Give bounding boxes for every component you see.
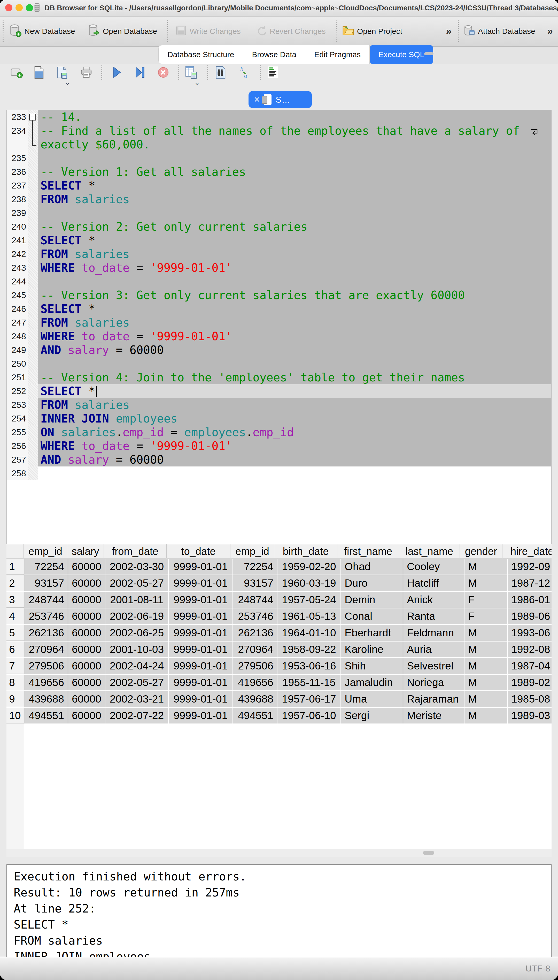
table-cell[interactable]: 60000 (68, 559, 105, 575)
table-cell[interactable]: 1992-09 (508, 559, 551, 575)
horizontal-scrollbar[interactable] (7, 849, 551, 857)
table-cell[interactable]: 1955-11-15 (277, 675, 340, 690)
table-cell[interactable]: Feldmann (403, 625, 464, 641)
editor-line[interactable]: 248WHERE to_date = '9999-01-01' (7, 329, 551, 343)
table-cell[interactable]: M (464, 708, 507, 723)
find-icon[interactable] (213, 65, 228, 80)
table-cell[interactable]: 1989-03 (508, 708, 551, 723)
table-cell[interactable]: M (464, 575, 507, 591)
table-cell[interactable]: 279506 (233, 658, 277, 674)
fold-marker-icon[interactable]: − (29, 114, 36, 120)
editor-line[interactable]: 247FROM salaries (7, 316, 551, 329)
table-cell[interactable]: 419656 (233, 675, 277, 690)
table-cell[interactable]: 60000 (68, 708, 105, 723)
table-cell[interactable]: 1957-06-17 (277, 691, 340, 707)
editor-line[interactable]: 243WHERE to_date = '9999-01-01' (7, 261, 551, 275)
new-database-button[interactable]: New Database (9, 16, 75, 46)
table-cell[interactable]: 9999-01-01 (169, 575, 233, 591)
table-cell[interactable]: Selvestrel (403, 658, 464, 674)
table-cell[interactable]: 60000 (68, 608, 105, 624)
zoom-window-button[interactable] (26, 4, 33, 12)
table-cell[interactable]: 1992-08 (508, 642, 551, 657)
editor-line[interactable]: 246SELECT * (7, 302, 551, 316)
tab-edit-pragmas[interactable]: Edit Pragmas (305, 45, 370, 64)
results-grid[interactable]: emp_idsalaryfrom_dateto_dateemp_idbirth_… (7, 544, 551, 849)
table-cell[interactable]: 60000 (68, 592, 105, 608)
table-cell[interactable]: M (464, 658, 507, 674)
table-cell[interactable]: 60000 (68, 691, 105, 707)
table-cell[interactable]: F (464, 592, 507, 608)
table-cell[interactable]: Jamaludin (341, 675, 403, 690)
table-cell[interactable]: 2002-06-25 (105, 625, 168, 641)
table-cell[interactable]: 2002-05-27 (105, 675, 168, 690)
editor-line[interactable]: 245-- Version 3: Get only current salari… (7, 288, 551, 302)
open-project-button[interactable]: Open Project (342, 16, 402, 46)
table-cell[interactable]: 9999-01-01 (169, 708, 233, 723)
table-cell[interactable]: 9999-01-01 (169, 592, 233, 608)
table-cell[interactable]: Conal (341, 608, 403, 624)
close-window-button[interactable] (5, 4, 12, 12)
table-cell[interactable]: 9999-01-01 (169, 608, 233, 624)
table-cell[interactable]: 2002-05-27 (105, 575, 168, 591)
toolbar-handle[interactable] (3, 20, 3, 42)
save-sql-file-icon[interactable] (55, 65, 69, 80)
print-icon[interactable] (79, 65, 94, 80)
table-cell[interactable]: 2002-06-19 (105, 608, 168, 624)
table-cell[interactable]: M (464, 675, 507, 690)
toolbar-overflow-chevrons[interactable]: » (547, 25, 553, 37)
table-cell[interactable]: 439688 (24, 691, 68, 707)
editor-line[interactable]: 254INNER JOIN employees (7, 412, 551, 425)
editor-line[interactable]: 240-- Version 2: Get only current salari… (7, 220, 551, 234)
table-cell[interactable]: 9999-01-01 (169, 559, 233, 575)
editor-line[interactable]: 250 (7, 357, 551, 371)
table-cell[interactable]: 60000 (68, 625, 105, 641)
table-cell[interactable]: Shih (341, 658, 403, 674)
table-cell[interactable]: 494551 (233, 708, 277, 723)
table-cell[interactable]: 9999-01-01 (169, 625, 233, 641)
table-cell[interactable]: Anick (403, 592, 464, 608)
table-cell[interactable]: M (464, 642, 507, 657)
table-cell[interactable]: 93157 (24, 575, 68, 591)
table-cell[interactable]: 248744 (24, 592, 68, 608)
table-cell[interactable]: 439688 (233, 691, 277, 707)
table-cell[interactable]: 270964 (233, 642, 277, 657)
column-header-salary[interactable]: salary (67, 544, 104, 558)
editor-line[interactable]: 256WHERE to_date = '9999-01-01' (7, 439, 551, 453)
table-cell[interactable]: M (464, 691, 507, 707)
table-cell[interactable]: Sergi (341, 708, 403, 723)
table-cell[interactable]: Meriste (403, 708, 464, 723)
sql-tab[interactable]: × S… (248, 91, 312, 108)
table-cell[interactable]: Karoline (341, 642, 403, 657)
table-cell[interactable]: Rajaraman (403, 691, 464, 707)
table-cell[interactable]: 9999-01-01 (169, 642, 233, 657)
editor-line[interactable]: 257AND salary = 60000 (7, 453, 551, 466)
table-cell[interactable]: 262136 (233, 625, 277, 641)
tab-database-structure[interactable]: Database Structure (158, 45, 243, 64)
table-cell[interactable]: 1953-06-16 (277, 658, 340, 674)
editor-line[interactable]: 253FROM salaries (7, 398, 551, 412)
table-cell[interactable]: 1989-06 (508, 608, 551, 624)
table-cell[interactable]: 1986-01 (508, 592, 551, 608)
table-cell[interactable]: M (464, 559, 507, 575)
editor-line[interactable]: 249AND salary = 60000 (7, 343, 551, 357)
column-header-last_name[interactable]: last_name (399, 544, 460, 558)
editor-line[interactable]: 237SELECT * (7, 179, 551, 193)
table-cell[interactable]: 93157 (233, 575, 277, 591)
editor-line[interactable]: 252SELECT * (7, 384, 551, 398)
scrollbar-thumb[interactable] (423, 851, 434, 855)
column-header-birth_date[interactable]: birth_date (274, 544, 337, 558)
table-cell[interactable]: Ranta (403, 608, 464, 624)
table-cell[interactable]: 494551 (24, 708, 68, 723)
editor-line[interactable]: 258 (7, 466, 551, 480)
editor-line[interactable]: 251-- Version 4: Join to the 'employees'… (7, 371, 551, 384)
table-cell[interactable]: 2002-03-21 (105, 691, 168, 707)
table-cell[interactable]: Auria (403, 642, 464, 657)
table-cell[interactable]: 1987-12 (508, 575, 551, 591)
table-cell[interactable]: 9999-01-01 (169, 675, 233, 690)
table-cell[interactable]: 419656 (24, 675, 68, 690)
table-cell[interactable]: Ohad (341, 559, 403, 575)
table-cell[interactable]: 1958-09-22 (277, 642, 340, 657)
column-header-hire_date[interactable]: hire_date (502, 544, 551, 558)
table-cell[interactable]: 60000 (68, 642, 105, 657)
attach-database-button[interactable]: Attach Database (463, 16, 535, 46)
